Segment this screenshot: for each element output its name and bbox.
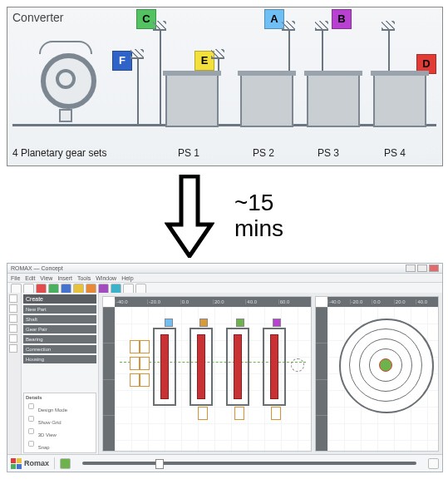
logo-icon — [11, 458, 22, 469]
menubar: File Edit View Insert Tools Window Help — [7, 274, 442, 283]
converter-hub — [56, 69, 76, 89]
panel-button[interactable]: Housing — [23, 355, 96, 363]
menu-item[interactable]: Insert — [57, 275, 72, 281]
badge-b: B — [332, 9, 352, 29]
maximize-button[interactable] — [417, 264, 427, 272]
stage-label-3: PS 3 — [318, 147, 339, 159]
panel-button[interactable]: Connection — [23, 345, 96, 353]
bearing[interactable] — [198, 407, 208, 420]
detail-option[interactable]: 3D View — [26, 426, 94, 437]
window-controls — [406, 264, 439, 272]
planetary-set-3 — [307, 74, 360, 127]
rotate-handle-icon[interactable] — [291, 358, 304, 372]
ruler-horizontal: -40.0 -20.0 0.0 20.0 40.0 — [327, 297, 438, 307]
link-line — [288, 29, 290, 74]
stage-label-4: PS 4 — [384, 147, 406, 159]
top-schematic: Converter C A B D E F 4 Planetary gear s… — [7, 7, 443, 166]
panel-button[interactable]: Bearing — [23, 335, 96, 343]
rail-button[interactable] — [9, 294, 17, 303]
rail-button[interactable] — [9, 314, 17, 323]
close-button[interactable] — [429, 264, 439, 272]
app-footer: Romax — [7, 454, 442, 472]
panel-button[interactable]: Shaft — [23, 315, 96, 324]
drawing-area[interactable] — [115, 307, 311, 451]
window-title: ROMAX — Concept — [11, 265, 63, 271]
bearing[interactable] — [130, 340, 140, 353]
ruler-vertical — [316, 307, 327, 451]
ring-center — [379, 358, 392, 372]
link-line — [388, 29, 390, 74]
canvas-radial[interactable]: -40.0 -20.0 0.0 20.0 40.0 — [315, 296, 439, 452]
down-arrow-icon — [165, 175, 214, 258]
timeline-slider[interactable] — [82, 462, 416, 465]
transition-row: ~15 mins — [7, 175, 441, 258]
transition-line2: mins — [234, 216, 283, 242]
bearing[interactable] — [130, 357, 140, 370]
stage-label-2: PS 2 — [253, 147, 274, 159]
panel-button[interactable]: Gear Pair — [23, 325, 96, 333]
converter-arc — [39, 41, 92, 54]
gear-caption: 4 Planetary gear sets — [12, 147, 106, 159]
slider-thumb[interactable] — [155, 459, 164, 469]
clutch-icon[interactable] — [199, 319, 208, 327]
panel-button[interactable]: New Part — [23, 305, 96, 314]
footer-button[interactable] — [60, 458, 71, 469]
menu-item[interactable]: Tools — [77, 275, 91, 281]
model-stage-1[interactable] — [153, 328, 176, 406]
details-section: Details Design Mode Show Grid 3D View Sn… — [23, 393, 96, 453]
minimize-button[interactable] — [406, 264, 416, 272]
panel-header: Create — [23, 294, 96, 304]
menu-item[interactable]: File — [11, 275, 20, 281]
rail-button[interactable] — [9, 324, 17, 333]
transition-text: ~15 mins — [234, 190, 283, 242]
planetary-set-4 — [373, 74, 426, 127]
clutch-icon[interactable] — [236, 319, 244, 327]
app-window: ROMAX — Concept File Edit View Insert To… — [7, 263, 443, 472]
app-body: Create New Part Shaft Gear Pair Bearing … — [7, 293, 442, 455]
canvas-layout[interactable]: -40.0 -20.0 0.0 20.0 40.0 60.0 — [102, 296, 312, 452]
clutch-icon[interactable] — [273, 319, 281, 327]
bearing[interactable] — [140, 373, 150, 387]
titlebar[interactable]: ROMAX — Concept — [7, 264, 442, 274]
side-rail — [7, 293, 22, 455]
model-stage-4[interactable] — [263, 328, 286, 406]
menu-item[interactable]: Edit — [25, 275, 35, 281]
footer-button[interactable] — [428, 458, 439, 469]
menu-item[interactable]: Help — [121, 275, 133, 281]
side-panel: Create New Part Shaft Gear Pair Bearing … — [22, 293, 99, 455]
converter-pump — [59, 109, 72, 122]
bearing[interactable] — [234, 407, 244, 420]
menu-item[interactable]: Window — [96, 275, 116, 281]
rail-button[interactable] — [9, 304, 17, 313]
transition-line1: ~15 — [234, 190, 283, 216]
bearing[interactable] — [140, 340, 150, 353]
planetary-set-2 — [240, 74, 293, 127]
model-stage-2[interactable] — [190, 328, 213, 406]
rail-button[interactable] — [9, 334, 17, 343]
diagram-title: Converter — [12, 11, 63, 24]
detail-option[interactable]: Show Grid — [26, 413, 94, 425]
bearing[interactable] — [140, 357, 150, 370]
ruler-horizontal: -40.0 -20.0 0.0 20.0 40.0 60.0 — [115, 297, 311, 307]
ruler-vertical — [103, 307, 115, 451]
bearing[interactable] — [271, 407, 281, 420]
detail-option[interactable]: Design Mode — [26, 401, 94, 412]
clutch-icon[interactable] — [165, 319, 173, 327]
brand-name: Romax — [24, 459, 49, 467]
stage-label-1: PS 1 — [178, 147, 199, 159]
planetary-set-1 — [165, 74, 219, 127]
link-line — [160, 29, 161, 124]
menu-item[interactable]: View — [40, 275, 52, 281]
drawing-area[interactable] — [327, 307, 438, 451]
link-line — [322, 29, 323, 74]
canvas-area: -40.0 -20.0 0.0 20.0 40.0 60.0 — [99, 293, 442, 455]
rail-button[interactable] — [9, 344, 17, 353]
model-stage-3[interactable] — [226, 328, 249, 406]
badge-f: F — [112, 51, 132, 71]
bearing[interactable] — [130, 373, 140, 387]
link-line — [137, 57, 139, 124]
details-header: Details — [26, 395, 94, 400]
brand-logo: Romax — [11, 458, 49, 469]
detail-option[interactable]: Snap — [26, 438, 94, 450]
